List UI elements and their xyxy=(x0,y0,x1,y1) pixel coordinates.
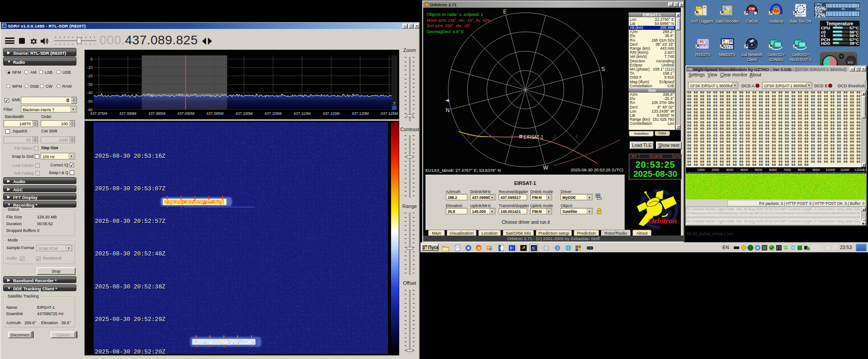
svg-text:13: 13 xyxy=(863,168,866,172)
svg-text:CW: CW xyxy=(749,7,755,11)
svg-text:12000: 12000 xyxy=(854,168,864,172)
svg-text:-40: -40 xyxy=(87,90,93,95)
svg-text:437.120M: 437.120M xyxy=(352,111,369,116)
svg-text:437.105M: 437.105M xyxy=(264,111,282,116)
svg-text:437.110M: 437.110M xyxy=(294,111,311,116)
svg-text:11000: 11000 xyxy=(840,168,849,172)
svg-text:3000: 3000 xyxy=(726,168,734,172)
svg-text:9000: 9000 xyxy=(812,168,820,172)
svg-text:4000: 4000 xyxy=(741,168,748,172)
svg-text:1000: 1000 xyxy=(697,168,705,172)
svg-text:10000: 10000 xyxy=(826,168,835,172)
svg-text:8000: 8000 xyxy=(798,168,806,172)
svg-text:6000: 6000 xyxy=(769,168,777,172)
svg-text:0: 0 xyxy=(90,57,93,61)
svg-text:437.080M: 437.080M xyxy=(119,111,137,116)
svg-text:437.125M: 437.125M xyxy=(381,111,398,116)
svg-text:-50: -50 xyxy=(87,99,93,104)
svg-text:RX: RX xyxy=(699,40,704,43)
svg-text:437.095M: 437.095M xyxy=(207,111,224,116)
svg-text:437.075M: 437.075M xyxy=(90,111,108,116)
svg-text:437.085M: 437.085M xyxy=(148,111,165,116)
svg-text:437.090M: 437.090M xyxy=(177,111,194,116)
svg-text:EIRSAT-1: EIRSAT-1 xyxy=(524,135,543,140)
svg-text:2000: 2000 xyxy=(712,168,719,172)
svg-text:N: N xyxy=(446,107,450,113)
svg-text:437.100M: 437.100M xyxy=(236,111,253,116)
svg-text:S: S xyxy=(532,246,534,250)
svg-text:5000: 5000 xyxy=(755,168,762,172)
svg-text:-20: -20 xyxy=(87,74,93,78)
svg-text:Orbitron: Orbitron xyxy=(648,216,677,225)
svg-text:W: W xyxy=(500,246,504,250)
svg-text:E: E xyxy=(503,9,507,15)
svg-text:437.115M: 437.115M xyxy=(323,111,340,116)
svg-text:7000: 7000 xyxy=(783,168,791,172)
svg-text:S: S xyxy=(601,66,605,72)
svg-text:-30: -30 xyxy=(87,82,93,87)
svg-text:■STV: ■STV xyxy=(723,45,732,49)
svg-text:-10: -10 xyxy=(87,65,93,70)
svg-text:7: 7 xyxy=(393,101,395,106)
